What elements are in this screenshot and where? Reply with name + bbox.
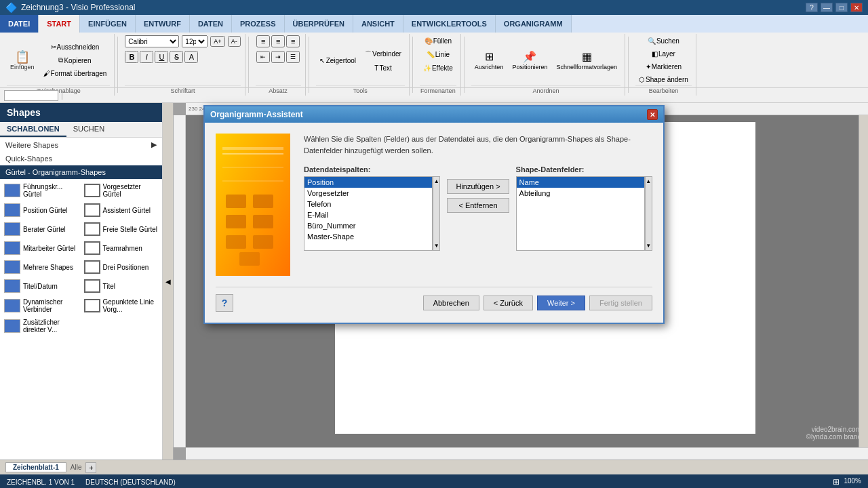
list-item[interactable]: Freie Stelle Gürtel [83, 221, 160, 237]
tab-ueberpruefen[interactable]: ÜBERPRÜFEN [285, 15, 353, 33]
list-item[interactable]: Dynamischer Verbinder [3, 297, 80, 314]
dialog-help-btn[interactable]: ? [216, 294, 233, 312]
sheet-tab-active[interactable]: Zeichenblatt-1 [5, 462, 66, 472]
list-item[interactable]: Zusätzlicher direkter V... [3, 317, 80, 335]
entfernen-btn[interactable]: < Entfernen [447, 198, 509, 213]
minimize-btn[interactable]: — [821, 3, 833, 12]
sidebar-active-section[interactable]: Gürtel - Organigramm-Shapes [0, 165, 162, 179]
suchen-btn[interactable]: 🔍 Suchen [644, 35, 683, 47]
listbox-scrollbar-left[interactable]: ▲ ▼ [433, 176, 440, 251]
tab-datei[interactable]: DATEI [0, 15, 39, 33]
scroll-up-icon-right[interactable]: ▲ [646, 178, 651, 184]
list-item[interactable]: Titel [83, 278, 160, 294]
effekte-btn[interactable]: ✨ Effekte [420, 62, 456, 74]
shape-datenfelder-listbox[interactable]: Name Abteilung [516, 176, 645, 251]
listbox-item-vorgesetzter[interactable]: Vorgesetzter [304, 188, 432, 199]
list-item[interactable]: Teamrahmen [83, 240, 160, 256]
fertig-stellen-btn[interactable]: Fertig stellen [589, 296, 652, 310]
listbox-item-buero[interactable]: Büro_Nummer [304, 220, 432, 231]
ausrichten-btn[interactable]: ⊞ Ausrichten [471, 48, 507, 73]
tab-daten[interactable]: DATEN [190, 15, 232, 33]
list-item[interactable]: Mehrere Shapes [3, 259, 80, 275]
tab-organigramm[interactable]: ORGANIGRAMM [496, 15, 572, 33]
group-zwischenablage-content: 📋 Einfügen ✂ Ausschneiden ⧉ Kopieren 🖌 F… [7, 35, 110, 85]
tab-prozess[interactable]: PROZESS [232, 15, 285, 33]
listbox-item-telefon[interactable]: Telefon [304, 199, 432, 209]
format-uebertragen-btn[interactable]: 🖌 Format übertragen [40, 68, 111, 79]
fontcolor-btn[interactable]: A [184, 51, 198, 63]
list-item[interactable]: Mitarbeiter Gürtel [3, 240, 80, 256]
bold-btn[interactable]: B [125, 51, 138, 63]
ausschneiden-btn[interactable]: ✂ Ausschneiden [40, 41, 111, 53]
text-tool-btn[interactable]: T Text [361, 62, 405, 74]
shape-aendern-btn[interactable]: ⬡ Shape ändern [635, 74, 692, 85]
sidebar-quick-shapes[interactable]: Quick-Shapes [0, 152, 162, 165]
sidebar-weitere-shapes[interactable]: Weitere Shapes ▶ [0, 138, 162, 152]
sep1 [117, 37, 118, 93]
list-item[interactable]: Assistent Gürtel [83, 202, 160, 218]
maximize-btn[interactable]: □ [835, 3, 848, 12]
shape-listbox-item-name[interactable]: Name [517, 177, 644, 188]
schnellformat-btn[interactable]: ▦ Schnellformatvorlagen [553, 48, 620, 73]
listbox-item-position[interactable]: Position [304, 177, 432, 188]
indent-less-btn[interactable]: ⇤ [256, 51, 270, 63]
scrollbar-right[interactable] [859, 115, 868, 447]
scroll-down-icon-right[interactable]: ▼ [646, 243, 651, 249]
tab-entwurf[interactable]: ENTWURF [136, 15, 190, 33]
list-item[interactable]: Vorgesetzter Gürtel [83, 182, 160, 199]
underline-btn[interactable]: U [155, 51, 168, 63]
sidebar-nav-suchen[interactable]: SUCHEN [66, 122, 111, 137]
list-item[interactable]: Führungskr... Gürtel [3, 182, 80, 199]
scroll-up-icon[interactable]: ▲ [434, 178, 439, 184]
einfuegen-icon: 📋 [15, 51, 30, 63]
tab-einfuegen[interactable]: EINFÜGEN [80, 15, 136, 33]
fuellen-btn[interactable]: 🎨 Füllen [421, 35, 455, 47]
add-page-btn[interactable]: + [85, 462, 96, 473]
markieren-btn[interactable]: ✦ Markieren [642, 61, 685, 73]
status-icon1[interactable]: ⊞ [833, 477, 840, 487]
align-left-btn[interactable]: ≡ [256, 35, 270, 47]
help-window-btn[interactable]: ? [806, 3, 818, 12]
tab-start[interactable]: START [39, 15, 80, 33]
list-item[interactable]: Gepunktete Linie Vorg... [83, 297, 160, 314]
list-item[interactable]: Titel/Datum [3, 278, 80, 294]
einfuegen-btn[interactable]: 📋 Einfügen [7, 49, 38, 73]
listbox-item-email[interactable]: E-Mail [304, 209, 432, 220]
list-btn[interactable]: ☰ [286, 51, 300, 63]
list-item[interactable]: Berater Gürtel [3, 221, 80, 237]
listbox-scrollbar-right[interactable]: ▲ ▼ [645, 176, 652, 251]
scroll-down-icon[interactable]: ▼ [434, 243, 439, 249]
all-pages-btn[interactable]: Alle [71, 464, 82, 471]
positionieren-btn[interactable]: 📌 Positionieren [509, 48, 551, 73]
tab-entwicklertools[interactable]: ENTWICKLERTOOLS [403, 15, 496, 33]
align-right-btn[interactable]: ≡ [286, 35, 300, 47]
list-item[interactable]: Position Gürtel [3, 202, 80, 218]
hinzufuegen-btn[interactable]: Hinzufügen > [447, 179, 509, 194]
close-btn[interactable]: ✕ [850, 3, 863, 12]
indent-more-btn[interactable]: ⇥ [271, 51, 285, 63]
linie-btn[interactable]: 📏 Linie [423, 49, 453, 60]
listbox-item-master[interactable]: Master-Shape [304, 231, 432, 242]
shape-listbox-item-abteilung[interactable]: Abteilung [517, 188, 644, 199]
dialog-close-btn[interactable]: ✕ [647, 109, 658, 120]
list-item[interactable]: Drei Positionen [83, 259, 160, 275]
layer-btn[interactable]: ◧ Layer [648, 48, 679, 60]
cell-name-box[interactable] [4, 90, 58, 101]
sidebar-nav-schablonen[interactable]: SCHABLONEN [0, 122, 66, 137]
font-increase-btn[interactable]: A+ [210, 36, 224, 47]
italic-btn[interactable]: I [140, 51, 153, 63]
zurueck-btn[interactable]: < Zurück [484, 296, 533, 310]
font-select[interactable]: Calibri [125, 35, 179, 47]
abbrechen-btn[interactable]: Abbrechen [423, 296, 479, 310]
tab-ansicht[interactable]: ANSICHT [353, 15, 403, 33]
align-center-btn[interactable]: ≡ [271, 35, 285, 47]
weiter-btn[interactable]: Weiter > [537, 296, 585, 310]
kopieren-btn[interactable]: ⧉ Kopieren [40, 54, 111, 66]
zeigertool-btn[interactable]: ↖ Zeigertool [316, 55, 359, 66]
verbinder-btn[interactable]: ⌒ Verbinder [361, 47, 405, 61]
strikethrough-btn[interactable]: S̶ [170, 51, 183, 63]
font-decrease-btn[interactable]: A- [228, 36, 241, 47]
font-size-select[interactable]: 12pt [182, 35, 208, 47]
datendateispalten-listbox[interactable]: Position Vorgesetzter Telefon E-Mail Bür… [304, 176, 433, 251]
sidebar-collapse-btn[interactable]: ◀ [163, 103, 174, 460]
